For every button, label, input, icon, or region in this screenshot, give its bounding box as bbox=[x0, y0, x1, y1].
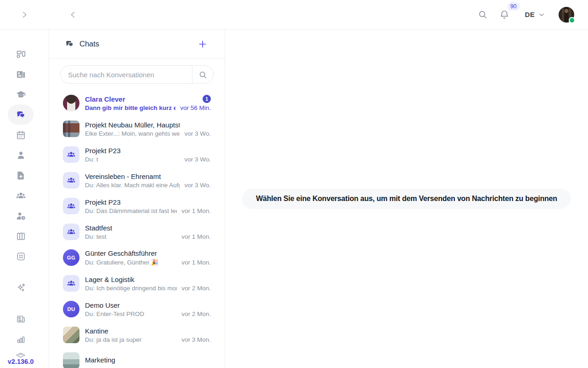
conversation-name: Stadtfest bbox=[85, 224, 177, 232]
group-avatar-icon bbox=[63, 172, 79, 189]
conversation-preview: Du: Enter-Test PROD bbox=[85, 310, 177, 317]
notification-count-badge: 90 bbox=[508, 2, 520, 11]
conversation-name: Projekt Neubau Müller, Hauptstraße 12 bbox=[85, 121, 180, 129]
sidebar-item-documents[interactable] bbox=[8, 165, 34, 185]
online-status-dot bbox=[569, 17, 575, 23]
group-avatar-icon bbox=[63, 146, 79, 163]
columns-icon bbox=[16, 231, 26, 242]
group-avatar-icon bbox=[63, 275, 79, 292]
conversation-timestamp: vor 2 Mon. bbox=[181, 310, 211, 317]
person-clock-icon bbox=[16, 211, 26, 221]
conversation-row[interactable]: Stadtfest Du: test vor 1 Mon. bbox=[49, 219, 225, 245]
conversation-timestamp: vor 1 Mon. bbox=[181, 233, 211, 240]
conversation-badge-cell: 1 bbox=[203, 95, 211, 103]
sidebar-item-modules[interactable] bbox=[8, 246, 34, 266]
group-avatar-icon bbox=[63, 198, 79, 214]
conversation-preview: Du: Ich benötige dringend bis mor... bbox=[85, 285, 177, 292]
back-button[interactable] bbox=[66, 8, 80, 22]
user-avatar[interactable] bbox=[559, 7, 574, 23]
chat-panel: Chats Clara Clever 1 Dan bbox=[49, 29, 225, 368]
conversation-avatar bbox=[63, 327, 79, 343]
app-logo-icon bbox=[15, 351, 26, 358]
new-chat-button[interactable] bbox=[196, 38, 209, 51]
conversation-row[interactable]: Projekt P23 Du: Das Dämmmaterial ist fas… bbox=[49, 193, 225, 219]
bar-chart-icon bbox=[16, 334, 26, 345]
sidebar-item-newsletter[interactable] bbox=[8, 309, 34, 329]
conversation-preview: Du: Das Dämmmaterial ist fast leer... bbox=[85, 207, 177, 214]
sidebar-item-assistant[interactable] bbox=[8, 277, 34, 298]
conversation-timestamp: vor 56 Min. bbox=[180, 104, 211, 111]
conversation-avatar bbox=[63, 121, 79, 137]
search-icon bbox=[478, 10, 487, 19]
conversation-preview: Dann gib mir bitte gleich kurz ei... bbox=[85, 104, 175, 111]
chat-panel-header: Chats bbox=[49, 29, 225, 59]
conversation-search-input[interactable] bbox=[61, 71, 192, 79]
conversation-timestamp: vor 3 Wo. bbox=[184, 156, 211, 163]
conversation-timestamp: vor 3 Wo. bbox=[184, 182, 211, 189]
person-icon bbox=[16, 150, 26, 161]
main-area: Wählen Sie eine Konversation aus, um mit… bbox=[225, 29, 588, 368]
conversation-preview: Du: t bbox=[85, 156, 180, 163]
chat-bubbles-icon bbox=[65, 39, 74, 49]
sidebar-item-calendar[interactable] bbox=[8, 125, 34, 145]
dashboard-icon bbox=[16, 49, 26, 59]
plus-icon bbox=[198, 40, 207, 49]
language-label: DE bbox=[525, 11, 535, 18]
chevron-right-icon bbox=[20, 11, 28, 19]
global-search-button[interactable] bbox=[475, 7, 490, 22]
sidebar-item-attendance[interactable] bbox=[8, 206, 34, 226]
conversation-name: Kantine bbox=[85, 327, 177, 335]
version-block[interactable]: v2.136.0 bbox=[8, 351, 34, 365]
newspaper-icon bbox=[16, 69, 26, 80]
conversation-row[interactable]: Lager & Logistik Du: Ich benötige dringe… bbox=[49, 270, 225, 296]
conversation-avatar: GG bbox=[63, 249, 79, 266]
conversation-name: Vereinsleben - Ehrenamt bbox=[85, 172, 180, 180]
bell-icon bbox=[499, 10, 509, 20]
conversation-timestamp: vor 3 Mon. bbox=[181, 336, 211, 343]
sidebar-expand-button[interactable] bbox=[17, 8, 31, 22]
notifications-button[interactable]: 90 bbox=[497, 7, 512, 23]
conversation-row[interactable]: Vereinsleben - Ehrenamt Du: Alles klar. … bbox=[49, 167, 225, 193]
conversation-name: Lager & Logistik bbox=[85, 276, 177, 283]
calendar-icon bbox=[16, 130, 26, 140]
conversation-row[interactable]: Clara Clever 1 Dann gib mir bitte gleich… bbox=[49, 90, 225, 116]
language-selector[interactable]: DE bbox=[525, 11, 545, 18]
conversation-row[interactable]: Kantine Du: ja da ist ja super vor 3 Mon… bbox=[49, 322, 225, 348]
sidebar-item-board[interactable] bbox=[8, 226, 34, 246]
sidebar-rail: v2.136.0 bbox=[0, 29, 49, 368]
conversation-list[interactable]: Clara Clever 1 Dann gib mir bitte gleich… bbox=[49, 90, 225, 368]
conversation-name: Clara Clever bbox=[85, 95, 175, 103]
sidebar-item-statistics[interactable] bbox=[8, 329, 34, 349]
conversation-avatar bbox=[63, 352, 79, 368]
newspaper-outline-icon bbox=[16, 314, 26, 324]
grid-icon bbox=[16, 251, 26, 262]
conversation-timestamp: vor 1 Mon. bbox=[181, 259, 211, 266]
chevron-left-icon bbox=[69, 11, 77, 19]
chevron-down-icon bbox=[538, 12, 545, 18]
sidebar-item-groups[interactable] bbox=[8, 185, 34, 206]
conversation-row[interactable]: Projekt P23 Du: t vor 3 Wo. bbox=[49, 142, 225, 167]
file-plus-icon bbox=[16, 170, 26, 181]
conversation-preview: Du: test bbox=[85, 233, 177, 240]
conversation-preview: Du: Alles klar. Mach makl eine Aufg... bbox=[85, 182, 180, 189]
conversation-search-button[interactable] bbox=[192, 66, 213, 83]
sidebar-item-chats[interactable] bbox=[8, 104, 34, 125]
conversation-row[interactable]: Projekt Neubau Müller, Hauptstraße 12 El… bbox=[49, 116, 225, 142]
conversation-row[interactable]: DU Demo User Du: Enter-Test PROD vor 2 M… bbox=[49, 296, 225, 322]
sidebar-item-education[interactable] bbox=[8, 84, 34, 104]
app-version-label: v2.136.0 bbox=[8, 358, 34, 365]
conversation-name: Projekt P23 bbox=[85, 147, 180, 155]
chat-panel-title: Chats bbox=[79, 40, 99, 48]
conversation-row[interactable]: GG Günter Geschäftsführer Du: Gratuliere… bbox=[49, 245, 225, 270]
sidebar-item-contacts[interactable] bbox=[8, 145, 34, 165]
conversation-name: Demo User bbox=[85, 301, 177, 309]
conversation-timestamp: vor 1 Mon. bbox=[181, 207, 211, 214]
unread-count-badge: 1 bbox=[203, 95, 211, 103]
sidebar-item-news[interactable] bbox=[8, 64, 34, 84]
empty-state-message: Wählen Sie eine Konversation aus, um mit… bbox=[242, 189, 571, 209]
sidebar-item-dashboard[interactable] bbox=[8, 44, 34, 64]
group-icon bbox=[16, 190, 26, 201]
conversation-avatar bbox=[63, 95, 79, 111]
app-shell: v2.136.0 Chats bbox=[0, 29, 588, 368]
conversation-row[interactable]: Marketing bbox=[49, 348, 225, 368]
